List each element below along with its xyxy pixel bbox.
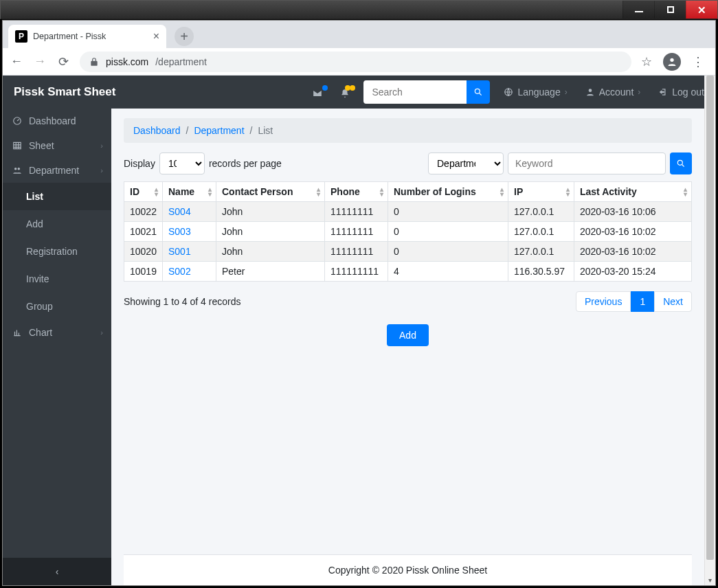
cell-contact: John	[216, 222, 325, 242]
app-root: ▴ ▾ Pissk Smart Sheet	[3, 76, 715, 585]
sidebar-item-sheet[interactable]: Sheet ›	[3, 133, 111, 158]
filter-category-select[interactable]: Department	[428, 152, 504, 174]
scroll-thumb[interactable]	[706, 76, 714, 560]
keyword-search-button[interactable]	[670, 152, 692, 174]
topbar-search-button[interactable]	[467, 80, 490, 104]
sidebar-sub-add[interactable]: Add	[3, 210, 111, 238]
language-menu[interactable]: Language ›	[504, 87, 567, 98]
cell-last: 2020-03-20 15:24	[574, 262, 692, 282]
sidebar-item-dashboard[interactable]: Dashboard	[3, 109, 111, 133]
os-titlebar[interactable]: ✕	[0, 0, 718, 19]
new-tab-button[interactable]: +	[175, 27, 194, 46]
favicon: P	[15, 30, 27, 43]
logout-label: Log out	[672, 87, 704, 98]
nav-reload-icon[interactable]: ⟳	[56, 54, 70, 69]
sort-icon: ▴▾	[208, 187, 212, 196]
keyword-input[interactable]	[508, 152, 666, 174]
sidebar-collapse-button[interactable]: ‹	[3, 558, 111, 585]
sort-icon: ▴▾	[380, 187, 383, 196]
table-info: Showing 1 to 4 of 4 records	[124, 296, 240, 307]
col-phone[interactable]: Phone▴▾	[325, 182, 388, 202]
cell-name[interactable]: S001	[163, 242, 216, 262]
cell-logins: 0	[388, 202, 508, 222]
lock-icon	[89, 56, 99, 67]
breadcrumb-link-department[interactable]: Department	[194, 125, 244, 136]
os-minimize-button[interactable]	[622, 1, 654, 19]
sidebar-sub-registration[interactable]: Registration	[3, 238, 111, 265]
table-header-row: ID▴▾ Name▴▾ Contact Person▴▾ Phone▴▾ Num…	[124, 182, 692, 202]
col-last[interactable]: Last Activity▴▾	[574, 182, 692, 202]
sidebar: Dashboard Sheet › Department › List Add	[3, 109, 111, 585]
department-table: ID▴▾ Name▴▾ Contact Person▴▾ Phone▴▾ Num…	[124, 181, 692, 282]
cell-id: 10022	[124, 202, 163, 222]
cell-phone: 11111111	[325, 242, 388, 262]
sort-icon: ▴▾	[684, 187, 687, 196]
messages-badge	[322, 85, 328, 91]
sidebar-sub-list[interactable]: List	[3, 183, 111, 210]
content-area: Dashboard / Department / List Display 10…	[111, 109, 704, 585]
nav-back-icon[interactable]: ←	[10, 54, 23, 69]
per-page-select[interactable]: 10	[159, 152, 205, 174]
sidebar-item-department[interactable]: Department ›	[3, 158, 111, 183]
browser-window: P Department - Pissk × + ← → ⟳ pissk.com…	[2, 20, 716, 586]
os-maximize-button[interactable]	[654, 1, 686, 19]
col-name[interactable]: Name▴▾	[163, 182, 216, 202]
cell-last: 2020-03-16 10:02	[574, 222, 692, 242]
cell-logins: 4	[388, 262, 508, 282]
account-menu[interactable]: Account ›	[585, 87, 641, 98]
sort-icon: ▴▾	[155, 187, 158, 196]
cell-phone: 11111111	[325, 202, 388, 222]
chevron-right-icon: ›	[565, 87, 568, 97]
url-path: /department	[155, 56, 207, 67]
sort-icon: ▴▾	[566, 187, 570, 196]
add-button[interactable]: Add	[387, 324, 429, 346]
cell-id: 10021	[124, 222, 163, 242]
page-scrollbar[interactable]: ▴ ▾	[704, 76, 715, 585]
chevron-right-icon: ›	[100, 142, 103, 150]
table-row[interactable]: 10020S001John111111110127.0.0.12020-03-1…	[124, 242, 692, 262]
svg-point-0	[670, 58, 673, 61]
logout-link[interactable]: Log out	[658, 87, 704, 98]
page-number-current[interactable]: 1	[631, 291, 654, 312]
breadcrumb-link-dashboard[interactable]: Dashboard	[133, 125, 181, 136]
cell-name[interactable]: S004	[163, 202, 216, 222]
page-prev-button[interactable]: Previous	[576, 291, 631, 312]
messages-icon[interactable]	[313, 86, 322, 98]
notifications-icon[interactable]	[340, 86, 350, 98]
svg-point-5	[14, 168, 17, 170]
bookmark-star-icon[interactable]: ☆	[641, 54, 652, 69]
cell-name[interactable]: S003	[163, 222, 216, 242]
col-contact[interactable]: Contact Person▴▾	[216, 182, 325, 202]
table-row[interactable]: 10021S003John111111110127.0.0.12020-03-1…	[124, 222, 692, 242]
topbar-search-input[interactable]	[363, 80, 467, 104]
url-bar[interactable]: pissk.com/department	[80, 52, 631, 72]
browser-tab-active[interactable]: P Department - Pissk ×	[8, 25, 166, 48]
tab-close-icon[interactable]: ×	[153, 30, 159, 43]
scroll-down-icon[interactable]: ▾	[705, 574, 715, 585]
brand-title: Pissk Smart Sheet	[14, 85, 115, 99]
cell-logins: 0	[388, 242, 508, 262]
notifications-badge	[350, 85, 355, 91]
sidebar-item-chart[interactable]: Chart ›	[3, 320, 111, 345]
cell-contact: John	[216, 242, 325, 262]
col-logins[interactable]: Number of Logins▴▾	[388, 182, 508, 202]
table-row[interactable]: 10019S002Peter1111111114116.30.5.972020-…	[124, 262, 692, 282]
cell-id: 10020	[124, 242, 163, 262]
col-id[interactable]: ID▴▾	[124, 182, 163, 202]
nav-forward-icon[interactable]: →	[33, 54, 47, 69]
display-label: Display	[124, 158, 155, 169]
chevron-right-icon: ›	[100, 166, 103, 174]
browser-toolbar: ← → ⟳ pissk.com/department ☆ ⋮	[3, 48, 715, 76]
sidebar-label: Department	[29, 165, 79, 176]
col-ip[interactable]: IP▴▾	[508, 182, 574, 202]
cell-name[interactable]: S002	[163, 262, 216, 282]
page-next-button[interactable]: Next	[654, 291, 692, 312]
sidebar-sub-invite[interactable]: Invite	[3, 265, 111, 293]
browser-tabstrip: P Department - Pissk × +	[3, 21, 715, 48]
cell-ip: 127.0.0.1	[508, 202, 574, 222]
os-close-button[interactable]: ✕	[686, 1, 717, 19]
sidebar-sub-group[interactable]: Group	[3, 293, 111, 320]
table-row[interactable]: 10022S004John111111110127.0.0.12020-03-1…	[124, 202, 692, 222]
profile-avatar-icon[interactable]	[663, 53, 681, 71]
browser-menu-icon[interactable]: ⋮	[692, 54, 704, 69]
